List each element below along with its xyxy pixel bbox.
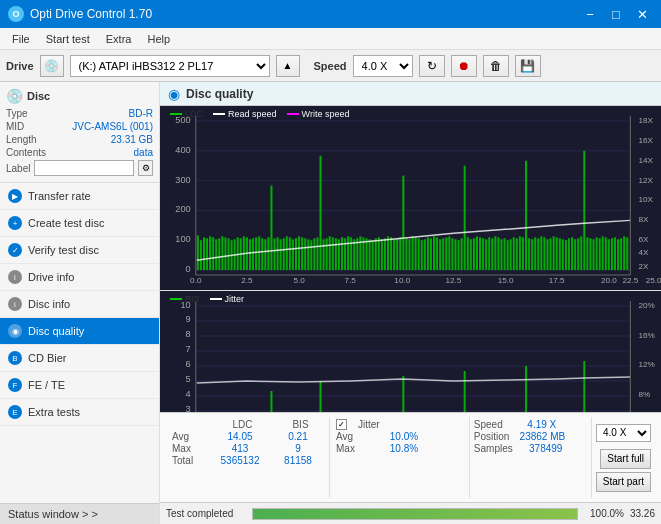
nav-list: ▶ Transfer rate + Create test disc ✓ Ver… — [0, 183, 159, 503]
disc-quality-title: Disc quality — [186, 87, 253, 101]
nav-transfer-rate-label: Transfer rate — [28, 190, 91, 202]
svg-rect-74 — [323, 239, 325, 270]
nav-disc-info[interactable]: i Disc info — [0, 291, 159, 318]
speed-select[interactable]: 4.0 X — [353, 55, 413, 77]
charts-area: LDC Read speed Write speed — [160, 106, 661, 412]
svg-rect-148 — [550, 238, 552, 270]
menu-help[interactable]: Help — [139, 31, 178, 47]
svg-text:25.0 GB: 25.0 GB — [646, 276, 661, 285]
svg-rect-165 — [602, 236, 604, 270]
nav-extra-tests[interactable]: E Extra tests — [0, 399, 159, 426]
svg-rect-280 — [402, 376, 404, 412]
erase-button[interactable]: 🗑 — [483, 55, 509, 77]
menu-file[interactable]: File — [4, 31, 38, 47]
svg-text:20%: 20% — [639, 301, 655, 310]
svg-rect-125 — [479, 237, 481, 270]
svg-rect-101 — [405, 238, 407, 270]
nav-transfer-rate[interactable]: ▶ Transfer rate — [0, 183, 159, 210]
legend-read-speed: Read speed — [213, 109, 277, 119]
svg-rect-121 — [467, 237, 469, 270]
minimize-button[interactable]: − — [579, 3, 601, 25]
svg-text:8: 8 — [186, 329, 191, 339]
stats-max-bis: 9 — [273, 443, 323, 454]
svg-rect-130 — [494, 236, 496, 270]
svg-rect-53 — [258, 236, 260, 270]
drive-select[interactable]: (K:) ATAPI iHBS312 2 PL17 — [70, 55, 270, 77]
svg-rect-57 — [270, 186, 272, 271]
start-part-button[interactable]: Start part — [596, 472, 651, 492]
svg-rect-156 — [574, 239, 576, 270]
svg-rect-126 — [482, 238, 484, 270]
stats-avg-label: Avg — [172, 431, 207, 442]
status-window[interactable]: Status window > > — [0, 503, 159, 524]
svg-text:18X: 18X — [639, 116, 654, 125]
svg-rect-137 — [516, 238, 518, 270]
legend-write-speed: Write speed — [287, 109, 350, 119]
stats-max-label: Max — [172, 443, 207, 454]
svg-text:2X: 2X — [639, 262, 650, 271]
menu-extra[interactable]: Extra — [98, 31, 140, 47]
svg-text:10.0: 10.0 — [394, 276, 410, 285]
disc-quality-header: ◉ Disc quality — [160, 82, 661, 106]
svg-rect-168 — [611, 238, 613, 270]
maximize-button[interactable]: □ — [605, 3, 627, 25]
refresh-button[interactable]: ↻ — [419, 55, 445, 77]
svg-rect-155 — [571, 237, 573, 270]
svg-rect-161 — [589, 238, 591, 270]
jitter-checkbox[interactable]: ✓ — [336, 419, 347, 430]
svg-text:12%: 12% — [639, 360, 655, 369]
legend-write-color — [287, 113, 299, 115]
speed-select-action[interactable]: 4.0 X — [596, 424, 651, 442]
nav-cd-bier-icon: B — [8, 351, 22, 365]
nav-create-test-disc[interactable]: + Create test disc — [0, 210, 159, 237]
drive-icon-button[interactable]: 💿 — [40, 55, 64, 77]
nav-extra-tests-label: Extra tests — [28, 406, 80, 418]
eject-button[interactable]: ▲ — [276, 55, 300, 77]
nav-fe-te[interactable]: F FE / TE — [0, 372, 159, 399]
samples-stat-label: Samples — [474, 443, 513, 454]
drive-bar: Drive 💿 (K:) ATAPI iHBS312 2 PL17 ▲ Spee… — [0, 50, 661, 82]
svg-text:7: 7 — [186, 344, 191, 354]
nav-disc-quality[interactable]: ◉ Disc quality — [0, 318, 159, 345]
svg-text:300: 300 — [175, 175, 190, 185]
nav-drive-info-icon: i — [8, 270, 22, 284]
nav-verify-test-disc[interactable]: ✓ Verify test disc — [0, 237, 159, 264]
disc-type-label: Type — [6, 108, 28, 119]
svg-rect-60 — [280, 239, 282, 270]
speed-label: Speed — [314, 60, 347, 72]
chart1-container: LDC Read speed Write speed — [160, 106, 661, 291]
stats-total-ldc: 5365132 — [215, 455, 265, 466]
svg-rect-152 — [562, 239, 564, 270]
svg-rect-144 — [537, 238, 539, 270]
svg-rect-123 — [473, 238, 475, 270]
stats-area: LDC BIS Avg 14.05 0.21 Max 413 9 Total 5… — [160, 412, 661, 502]
nav-cd-bier-label: CD Bier — [28, 352, 67, 364]
svg-rect-40 — [218, 238, 220, 270]
svg-rect-39 — [215, 239, 217, 270]
disc-label-button[interactable]: ⚙ — [138, 160, 153, 176]
jitter-avg-label: Avg — [336, 431, 371, 442]
start-full-button[interactable]: Start full — [600, 449, 651, 469]
jitter-max-label: Max — [336, 443, 371, 454]
svg-rect-141 — [528, 238, 530, 270]
save-button[interactable]: 💾 — [515, 55, 541, 77]
svg-rect-73 — [320, 156, 322, 270]
nav-drive-info[interactable]: i Drive info — [0, 264, 159, 291]
svg-rect-164 — [599, 238, 601, 270]
svg-text:100: 100 — [175, 234, 190, 244]
nav-cd-bier[interactable]: B CD Bier — [0, 345, 159, 372]
menu-start-test[interactable]: Start test — [38, 31, 98, 47]
disc-label-input[interactable] — [34, 160, 134, 176]
svg-rect-119 — [461, 238, 463, 270]
svg-text:5: 5 — [186, 374, 191, 384]
svg-rect-76 — [329, 236, 331, 270]
svg-rect-58 — [273, 238, 275, 270]
svg-rect-43 — [227, 238, 229, 270]
progress-percent: 100.0% — [584, 508, 624, 519]
app-icon: O — [8, 6, 24, 22]
record-button[interactable]: ⏺ — [451, 55, 477, 77]
svg-rect-150 — [556, 237, 558, 270]
close-button[interactable]: ✕ — [631, 3, 653, 25]
svg-text:0: 0 — [186, 264, 191, 274]
svg-rect-162 — [592, 239, 594, 270]
